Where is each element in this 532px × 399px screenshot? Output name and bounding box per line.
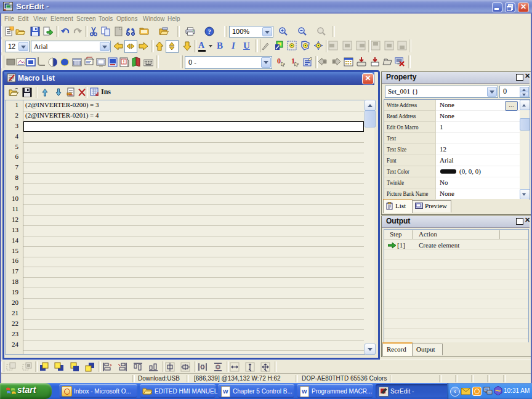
svg-text:?: ? bbox=[208, 28, 211, 35]
svg-text:0: 0 bbox=[277, 57, 281, 65]
svg-text:1: 1 bbox=[291, 57, 295, 65]
svg-text:!: ! bbox=[123, 59, 125, 65]
